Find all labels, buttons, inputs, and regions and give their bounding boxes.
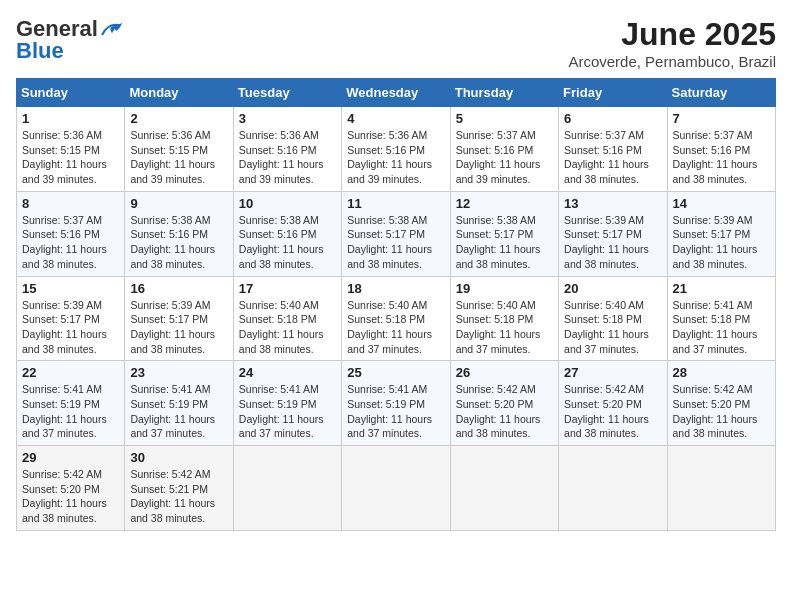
- day-info: Sunrise: 5:37 AM Sunset: 5:16 PM Dayligh…: [456, 128, 553, 187]
- day-info: Sunrise: 5:36 AM Sunset: 5:16 PM Dayligh…: [239, 128, 336, 187]
- day-info: Sunrise: 5:42 AM Sunset: 5:20 PM Dayligh…: [673, 382, 770, 441]
- day-info: Sunrise: 5:39 AM Sunset: 5:17 PM Dayligh…: [22, 298, 119, 357]
- day-number: 28: [673, 365, 770, 380]
- day-number: 22: [22, 365, 119, 380]
- calendar-week-row: 29Sunrise: 5:42 AM Sunset: 5:20 PM Dayli…: [17, 446, 776, 531]
- day-number: 14: [673, 196, 770, 211]
- title-area: June 2025 Arcoverde, Pernambuco, Brazil: [568, 16, 776, 70]
- calendar-cell: [559, 446, 667, 531]
- day-number: 18: [347, 281, 444, 296]
- calendar-cell: 3Sunrise: 5:36 AM Sunset: 5:16 PM Daylig…: [233, 107, 341, 192]
- day-info: Sunrise: 5:38 AM Sunset: 5:16 PM Dayligh…: [130, 213, 227, 272]
- calendar-header-tuesday: Tuesday: [233, 79, 341, 107]
- calendar-cell: [233, 446, 341, 531]
- calendar-cell: 15Sunrise: 5:39 AM Sunset: 5:17 PM Dayli…: [17, 276, 125, 361]
- calendar-table: SundayMondayTuesdayWednesdayThursdayFrid…: [16, 78, 776, 531]
- day-number: 21: [673, 281, 770, 296]
- calendar-cell: 22Sunrise: 5:41 AM Sunset: 5:19 PM Dayli…: [17, 361, 125, 446]
- day-info: Sunrise: 5:42 AM Sunset: 5:20 PM Dayligh…: [564, 382, 661, 441]
- calendar-cell: 12Sunrise: 5:38 AM Sunset: 5:17 PM Dayli…: [450, 191, 558, 276]
- location-subtitle: Arcoverde, Pernambuco, Brazil: [568, 53, 776, 70]
- calendar-cell: 5Sunrise: 5:37 AM Sunset: 5:16 PM Daylig…: [450, 107, 558, 192]
- day-number: 1: [22, 111, 119, 126]
- day-info: Sunrise: 5:40 AM Sunset: 5:18 PM Dayligh…: [456, 298, 553, 357]
- day-number: 9: [130, 196, 227, 211]
- calendar-cell: [450, 446, 558, 531]
- calendar-cell: 25Sunrise: 5:41 AM Sunset: 5:19 PM Dayli…: [342, 361, 450, 446]
- day-info: Sunrise: 5:36 AM Sunset: 5:15 PM Dayligh…: [22, 128, 119, 187]
- day-info: Sunrise: 5:37 AM Sunset: 5:16 PM Dayligh…: [564, 128, 661, 187]
- day-info: Sunrise: 5:42 AM Sunset: 5:20 PM Dayligh…: [456, 382, 553, 441]
- day-number: 10: [239, 196, 336, 211]
- day-info: Sunrise: 5:41 AM Sunset: 5:19 PM Dayligh…: [130, 382, 227, 441]
- calendar-cell: 1Sunrise: 5:36 AM Sunset: 5:15 PM Daylig…: [17, 107, 125, 192]
- calendar-cell: 28Sunrise: 5:42 AM Sunset: 5:20 PM Dayli…: [667, 361, 775, 446]
- day-number: 30: [130, 450, 227, 465]
- day-number: 27: [564, 365, 661, 380]
- logo-bird-icon: [100, 21, 122, 37]
- calendar-header-thursday: Thursday: [450, 79, 558, 107]
- calendar-cell: 17Sunrise: 5:40 AM Sunset: 5:18 PM Dayli…: [233, 276, 341, 361]
- calendar-cell: 26Sunrise: 5:42 AM Sunset: 5:20 PM Dayli…: [450, 361, 558, 446]
- calendar-week-row: 8Sunrise: 5:37 AM Sunset: 5:16 PM Daylig…: [17, 191, 776, 276]
- calendar-cell: 7Sunrise: 5:37 AM Sunset: 5:16 PM Daylig…: [667, 107, 775, 192]
- day-info: Sunrise: 5:41 AM Sunset: 5:19 PM Dayligh…: [22, 382, 119, 441]
- day-info: Sunrise: 5:41 AM Sunset: 5:19 PM Dayligh…: [239, 382, 336, 441]
- calendar-cell: [342, 446, 450, 531]
- calendar-header-saturday: Saturday: [667, 79, 775, 107]
- day-number: 15: [22, 281, 119, 296]
- day-number: 4: [347, 111, 444, 126]
- calendar-week-row: 22Sunrise: 5:41 AM Sunset: 5:19 PM Dayli…: [17, 361, 776, 446]
- day-info: Sunrise: 5:40 AM Sunset: 5:18 PM Dayligh…: [239, 298, 336, 357]
- day-info: Sunrise: 5:37 AM Sunset: 5:16 PM Dayligh…: [673, 128, 770, 187]
- day-info: Sunrise: 5:38 AM Sunset: 5:17 PM Dayligh…: [347, 213, 444, 272]
- calendar-week-row: 15Sunrise: 5:39 AM Sunset: 5:17 PM Dayli…: [17, 276, 776, 361]
- logo-blue-text: Blue: [16, 38, 64, 64]
- day-info: Sunrise: 5:38 AM Sunset: 5:16 PM Dayligh…: [239, 213, 336, 272]
- calendar-cell: 21Sunrise: 5:41 AM Sunset: 5:18 PM Dayli…: [667, 276, 775, 361]
- day-number: 23: [130, 365, 227, 380]
- day-info: Sunrise: 5:36 AM Sunset: 5:16 PM Dayligh…: [347, 128, 444, 187]
- calendar-cell: 30Sunrise: 5:42 AM Sunset: 5:21 PM Dayli…: [125, 446, 233, 531]
- day-number: 2: [130, 111, 227, 126]
- page-header: General Blue June 2025 Arcoverde, Pernam…: [16, 16, 776, 70]
- day-number: 7: [673, 111, 770, 126]
- day-number: 13: [564, 196, 661, 211]
- calendar-header-friday: Friday: [559, 79, 667, 107]
- calendar-cell: 11Sunrise: 5:38 AM Sunset: 5:17 PM Dayli…: [342, 191, 450, 276]
- calendar-cell: 16Sunrise: 5:39 AM Sunset: 5:17 PM Dayli…: [125, 276, 233, 361]
- day-number: 24: [239, 365, 336, 380]
- month-title: June 2025: [568, 16, 776, 53]
- day-number: 25: [347, 365, 444, 380]
- calendar-cell: 29Sunrise: 5:42 AM Sunset: 5:20 PM Dayli…: [17, 446, 125, 531]
- calendar-cell: 2Sunrise: 5:36 AM Sunset: 5:15 PM Daylig…: [125, 107, 233, 192]
- day-number: 20: [564, 281, 661, 296]
- calendar-header-sunday: Sunday: [17, 79, 125, 107]
- calendar-cell: 8Sunrise: 5:37 AM Sunset: 5:16 PM Daylig…: [17, 191, 125, 276]
- calendar-cell: 19Sunrise: 5:40 AM Sunset: 5:18 PM Dayli…: [450, 276, 558, 361]
- day-info: Sunrise: 5:41 AM Sunset: 5:19 PM Dayligh…: [347, 382, 444, 441]
- day-info: Sunrise: 5:41 AM Sunset: 5:18 PM Dayligh…: [673, 298, 770, 357]
- calendar-header-wednesday: Wednesday: [342, 79, 450, 107]
- calendar-header-monday: Monday: [125, 79, 233, 107]
- day-number: 11: [347, 196, 444, 211]
- calendar-cell: 23Sunrise: 5:41 AM Sunset: 5:19 PM Dayli…: [125, 361, 233, 446]
- day-number: 3: [239, 111, 336, 126]
- calendar-cell: [667, 446, 775, 531]
- day-info: Sunrise: 5:40 AM Sunset: 5:18 PM Dayligh…: [347, 298, 444, 357]
- calendar-cell: 18Sunrise: 5:40 AM Sunset: 5:18 PM Dayli…: [342, 276, 450, 361]
- calendar-cell: 14Sunrise: 5:39 AM Sunset: 5:17 PM Dayli…: [667, 191, 775, 276]
- day-info: Sunrise: 5:39 AM Sunset: 5:17 PM Dayligh…: [130, 298, 227, 357]
- day-number: 16: [130, 281, 227, 296]
- calendar-cell: 6Sunrise: 5:37 AM Sunset: 5:16 PM Daylig…: [559, 107, 667, 192]
- day-info: Sunrise: 5:40 AM Sunset: 5:18 PM Dayligh…: [564, 298, 661, 357]
- day-number: 12: [456, 196, 553, 211]
- calendar-week-row: 1Sunrise: 5:36 AM Sunset: 5:15 PM Daylig…: [17, 107, 776, 192]
- day-number: 26: [456, 365, 553, 380]
- day-number: 19: [456, 281, 553, 296]
- day-info: Sunrise: 5:42 AM Sunset: 5:20 PM Dayligh…: [22, 467, 119, 526]
- day-info: Sunrise: 5:39 AM Sunset: 5:17 PM Dayligh…: [673, 213, 770, 272]
- day-info: Sunrise: 5:38 AM Sunset: 5:17 PM Dayligh…: [456, 213, 553, 272]
- calendar-cell: 13Sunrise: 5:39 AM Sunset: 5:17 PM Dayli…: [559, 191, 667, 276]
- day-number: 29: [22, 450, 119, 465]
